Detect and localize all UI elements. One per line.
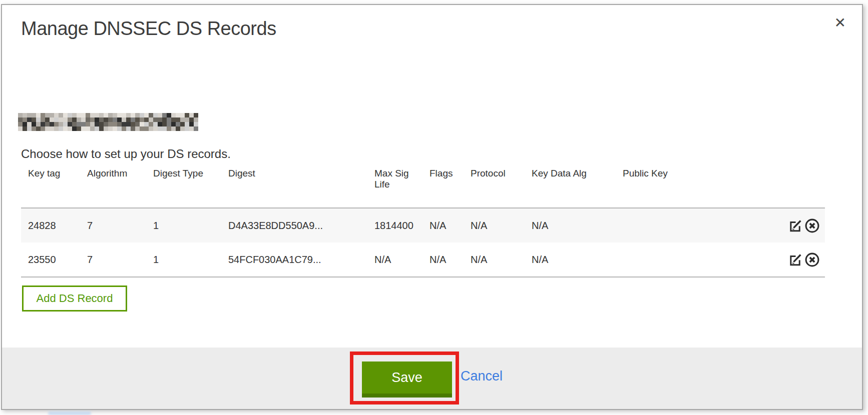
header-protocol: Protocol [464,166,525,208]
delete-record-icon[interactable] [804,218,820,234]
header-max-sig-life: Max Sig Life [367,166,422,208]
cell-actions [740,242,825,277]
cancel-link[interactable]: Cancel [461,368,503,384]
header-algorithm: Algorithm [80,166,146,208]
header-public-key: Public Key [616,166,740,208]
cell-algorithm: 7 [80,242,146,277]
dialog-footer: Save Cancel [2,348,862,409]
cell-key-data-alg: N/A [525,242,616,277]
edit-record-icon[interactable] [788,218,803,234]
table-row: 24828 7 1 D4A33E8DD550A9... 1814400 N/A … [21,208,825,242]
cell-algorithm: 7 [80,208,146,242]
intro-text: Choose how to set up your DS records. [21,147,231,161]
cell-digest-type: 1 [146,208,221,242]
dialog-title: Manage DNSSEC DS Records [21,18,276,40]
cell-digest: 54FCF030AA1C79... [221,242,367,277]
cell-protocol: N/A [464,242,525,277]
cell-key-tag: 24828 [21,208,80,242]
delete-record-icon[interactable] [804,252,820,268]
cell-public-key [616,208,740,242]
redacted-domain [18,113,198,131]
ds-records-table: Key tag Algorithm Digest Type Digest Max… [21,166,825,278]
cell-actions [740,208,825,242]
close-icon[interactable]: ✕ [834,16,846,30]
cell-digest-type: 1 [146,242,221,277]
save-button[interactable]: Save [362,362,452,398]
cell-key-data-alg: N/A [525,208,616,242]
cell-flags: N/A [422,242,464,277]
cell-protocol: N/A [464,208,525,242]
manage-dnssec-dialog: Manage DNSSEC DS Records ✕ Choose how to… [1,4,863,410]
table-row: 23550 7 1 54FCF030AA1C79... N/A N/A N/A … [21,242,825,277]
header-actions [740,166,825,208]
header-key-tag: Key tag [21,166,80,208]
cell-max-sig-life: 1814400 [367,208,422,242]
header-key-data-alg: Key Data Alg [525,166,616,208]
header-digest: Digest [221,166,367,208]
header-flags: Flags [422,166,464,208]
cell-max-sig-life: N/A [367,242,422,277]
table-header-row: Key tag Algorithm Digest Type Digest Max… [21,166,825,208]
cell-key-tag: 23550 [21,242,80,277]
add-ds-record-button[interactable]: Add DS Record [22,286,127,312]
cell-flags: N/A [422,208,464,242]
background-page-artifact [48,412,91,415]
cell-public-key [616,242,740,277]
header-digest-type: Digest Type [146,166,221,208]
edit-record-icon[interactable] [788,252,803,268]
cell-digest: D4A33E8DD550A9... [221,208,367,242]
